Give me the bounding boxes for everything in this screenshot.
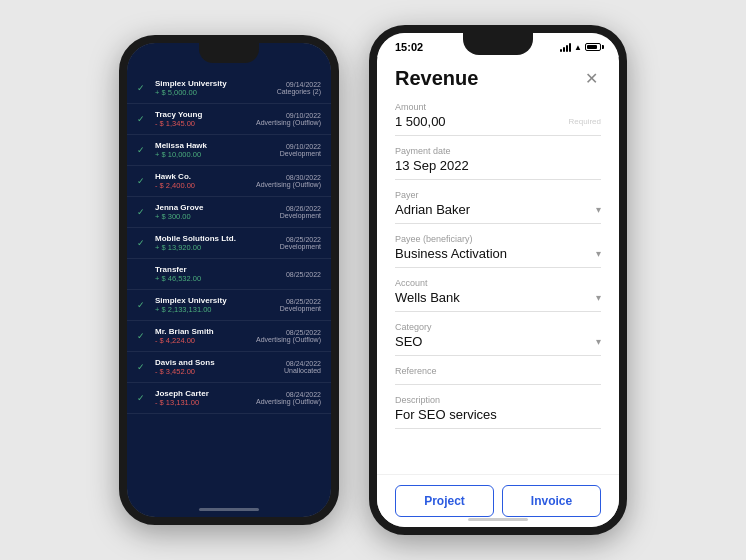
- payer-field[interactable]: Payer Adrian Baker ▾: [395, 190, 601, 224]
- transaction-amount: + $ 46,532.00: [155, 274, 282, 283]
- transaction-check-icon: ✓: [137, 176, 151, 186]
- transaction-right: 09/10/2022Advertising (Outflow): [256, 112, 321, 126]
- home-indicator: [199, 508, 259, 511]
- transaction-amount: - $ 2,400.00: [155, 181, 252, 190]
- transaction-row[interactable]: ✓Jenna Grove+ $ 300.0008/26/2022Developm…: [127, 197, 331, 228]
- transaction-check-icon: ✓: [137, 207, 151, 217]
- amount-field[interactable]: Amount 1 500,00 Required: [395, 102, 601, 136]
- transaction-amount: - $ 1,345.00: [155, 119, 252, 128]
- category-field[interactable]: Category SEO ▾: [395, 322, 601, 356]
- transaction-date: 09/14/2022: [277, 81, 321, 88]
- project-button[interactable]: Project: [395, 485, 494, 517]
- account-field[interactable]: Account Wells Bank ▾: [395, 278, 601, 312]
- transaction-date: 09/10/2022: [280, 143, 321, 150]
- close-button[interactable]: ✕: [581, 69, 601, 89]
- transaction-row[interactable]: ✓Melissa Hawk+ $ 10,000.0009/10/2022Deve…: [127, 135, 331, 166]
- transaction-content: Tracy Young- $ 1,345.00: [155, 110, 252, 128]
- transaction-name: Hawk Co.: [155, 172, 252, 181]
- transaction-content: Joseph Carter- $ 13,131.00: [155, 389, 252, 407]
- transaction-date: 08/25/2022: [280, 236, 321, 243]
- transaction-check-icon: ✓: [137, 145, 151, 155]
- transaction-category: Advertising (Outflow): [256, 119, 321, 126]
- transaction-row[interactable]: ✓Simplex University+ $ 5,000.0009/14/202…: [127, 73, 331, 104]
- transaction-content: Simplex University+ $ 2,133,131.00: [155, 296, 276, 314]
- transaction-category: Development: [280, 150, 321, 157]
- transaction-name: Joseph Carter: [155, 389, 252, 398]
- transaction-name: Mobile Solutions Ltd.: [155, 234, 276, 243]
- transaction-right: 09/10/2022Development: [280, 143, 321, 157]
- description-field[interactable]: Description For SEO services: [395, 395, 601, 429]
- transaction-row[interactable]: ✓Joseph Carter- $ 13,131.0008/24/2022Adv…: [127, 383, 331, 414]
- transaction-right: 08/25/2022: [286, 271, 321, 278]
- transaction-date: 08/25/2022: [256, 329, 321, 336]
- left-phone: ✓Simplex University+ $ 5,000.0009/14/202…: [119, 35, 339, 525]
- required-tag: Required: [569, 117, 601, 126]
- transaction-check-icon: ✓: [137, 300, 151, 310]
- transaction-list: ✓Simplex University+ $ 5,000.0009/14/202…: [127, 65, 331, 414]
- payer-chevron: ▾: [596, 204, 601, 215]
- transaction-content: Melissa Hawk+ $ 10,000.00: [155, 141, 276, 159]
- transaction-right: 08/24/2022Advertising (Outflow): [256, 391, 321, 405]
- category-chevron: ▾: [596, 336, 601, 347]
- transaction-right: 08/25/2022Development: [280, 298, 321, 312]
- payee-label: Payee (beneficiary): [395, 234, 601, 244]
- wifi-icon: ▲: [574, 43, 582, 52]
- transaction-category: Categories (2): [277, 88, 321, 95]
- transaction-row[interactable]: ✓Simplex University+ $ 2,133,131.0008/25…: [127, 290, 331, 321]
- left-phone-screen: ✓Simplex University+ $ 5,000.0009/14/202…: [127, 43, 331, 517]
- transaction-row[interactable]: ✓Mr. Brian Smith- $ 4,224.0008/25/2022Ad…: [127, 321, 331, 352]
- description-value: For SEO services: [395, 407, 601, 422]
- transaction-date: 08/25/2022: [286, 271, 321, 278]
- transaction-check-icon: ✓: [137, 362, 151, 372]
- status-icons: ▲: [560, 43, 601, 52]
- revenue-form: Revenue ✕ Amount 1 500,00 Required Payme…: [377, 57, 619, 527]
- invoice-button[interactable]: Invoice: [502, 485, 601, 517]
- transaction-name: Simplex University: [155, 296, 276, 305]
- transaction-content: Davis and Sons- $ 3,452.00: [155, 358, 280, 376]
- signal-icon: [560, 43, 571, 52]
- right-phone-screen: 15:02 ▲ Revenue ✕: [377, 33, 619, 527]
- payment-date-field[interactable]: Payment date 13 Sep 2022: [395, 146, 601, 180]
- reference-field[interactable]: Reference: [395, 366, 601, 385]
- transaction-name: Mr. Brian Smith: [155, 327, 252, 336]
- transaction-amount: - $ 4,224.00: [155, 336, 252, 345]
- transaction-content: Jenna Grove+ $ 300.00: [155, 203, 276, 221]
- transaction-check-icon: ✓: [137, 238, 151, 248]
- transaction-check-icon: ✓: [137, 114, 151, 124]
- account-label: Account: [395, 278, 601, 288]
- right-phone: 15:02 ▲ Revenue ✕: [369, 25, 627, 535]
- payee-chevron: ▾: [596, 248, 601, 259]
- category-label: Category: [395, 322, 601, 332]
- battery-icon: [585, 43, 601, 51]
- account-chevron: ▾: [596, 292, 601, 303]
- transaction-row[interactable]: ✓Hawk Co.- $ 2,400.0008/30/2022Advertisi…: [127, 166, 331, 197]
- reference-label: Reference: [395, 366, 601, 376]
- transaction-name: Melissa Hawk: [155, 141, 276, 150]
- transaction-name: Jenna Grove: [155, 203, 276, 212]
- transaction-right: 08/24/2022Unallocated: [284, 360, 321, 374]
- transaction-category: Advertising (Outflow): [256, 181, 321, 188]
- transaction-content: Simplex University+ $ 5,000.00: [155, 79, 273, 97]
- transaction-right: 08/30/2022Advertising (Outflow): [256, 174, 321, 188]
- payer-label: Payer: [395, 190, 601, 200]
- transaction-right: 08/25/2022Development: [280, 236, 321, 250]
- payee-field[interactable]: Payee (beneficiary) Business Activation …: [395, 234, 601, 268]
- transaction-date: 08/24/2022: [284, 360, 321, 367]
- transaction-amount: + $ 300.00: [155, 212, 276, 221]
- transaction-category: Unallocated: [284, 367, 321, 374]
- transaction-row[interactable]: ✓Davis and Sons- $ 3,452.0008/24/2022Una…: [127, 352, 331, 383]
- transaction-check-icon: ✓: [137, 83, 151, 93]
- transaction-amount: + $ 13,920.00: [155, 243, 276, 252]
- transaction-date: 08/24/2022: [256, 391, 321, 398]
- transaction-amount: - $ 13,131.00: [155, 398, 252, 407]
- transaction-amount: - $ 3,452.00: [155, 367, 280, 376]
- transaction-row[interactable]: ✓Tracy Young- $ 1,345.0009/10/2022Advert…: [127, 104, 331, 135]
- transaction-row[interactable]: Transfer+ $ 46,532.0008/25/2022: [127, 259, 331, 290]
- left-notch: [199, 43, 259, 63]
- transaction-content: Hawk Co.- $ 2,400.00: [155, 172, 252, 190]
- transaction-check-icon: ✓: [137, 393, 151, 403]
- transaction-row[interactable]: ✓Mobile Solutions Ltd.+ $ 13,920.0008/25…: [127, 228, 331, 259]
- payee-value: Business Activation ▾: [395, 246, 601, 261]
- transaction-right: 09/14/2022Categories (2): [277, 81, 321, 95]
- payment-date-value: 13 Sep 2022: [395, 158, 601, 173]
